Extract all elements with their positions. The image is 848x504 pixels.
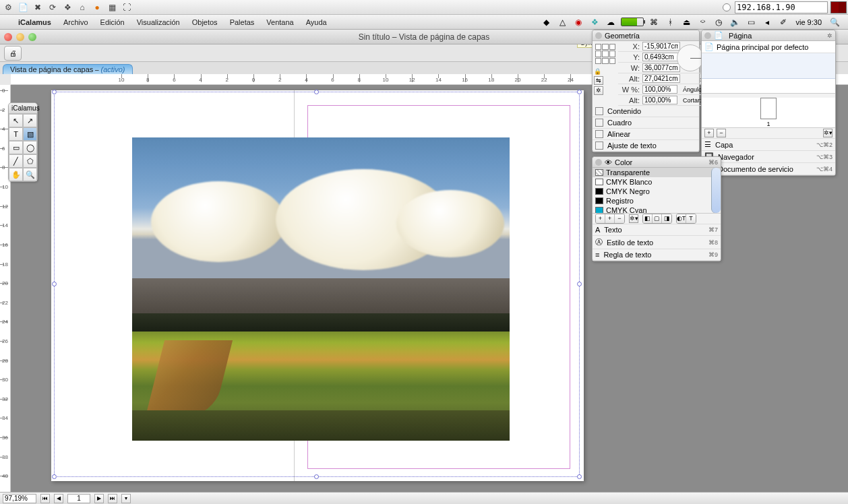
connect-radio[interactable] xyxy=(723,3,731,11)
color-cmyk-blanco[interactable]: CMYK Blanco⊠ xyxy=(593,177,721,187)
plug-icon[interactable]: ⚙ xyxy=(3,2,13,13)
geo-y-input[interactable] xyxy=(642,53,680,61)
menu-app[interactable]: iCalamus xyxy=(12,15,57,30)
remove-page-button[interactable]: − xyxy=(717,129,726,137)
page-spread[interactable] xyxy=(51,90,584,481)
section-contenido[interactable]: Contenido xyxy=(593,106,699,117)
hand-tool[interactable]: ✋ xyxy=(9,168,23,181)
panel-close-icon[interactable] xyxy=(595,32,602,39)
battery-icon[interactable] xyxy=(621,18,644,26)
section-cuadro[interactable]: Cuadro xyxy=(593,117,699,129)
geo-wpct-input[interactable] xyxy=(642,85,677,94)
page-options-button[interactable]: ✲▾ xyxy=(823,129,832,137)
image-tool[interactable]: ▧ xyxy=(23,127,37,141)
page-menu-button[interactable]: ▾ xyxy=(121,494,131,503)
tab-layer-view[interactable]: Vista de página de capas – (activo) xyxy=(3,64,133,74)
menu-archivo[interactable]: Archivo xyxy=(57,15,94,30)
first-page-button[interactable]: ⏮ xyxy=(40,494,50,503)
zoom-button[interactable] xyxy=(28,33,36,41)
back-icon[interactable]: ◂ xyxy=(761,17,773,28)
dropbox-icon[interactable]: ❖ xyxy=(588,17,601,28)
anchor-grid[interactable] xyxy=(594,42,617,65)
lock-icon[interactable] xyxy=(594,67,602,75)
bluetooth-icon[interactable]: ᚼ xyxy=(664,17,676,28)
color-cmyk-cyan[interactable]: CMYK Cyan⊠ xyxy=(593,206,721,214)
color-scrollbar[interactable] xyxy=(711,168,721,213)
new-doc-icon[interactable]: 📄 xyxy=(18,2,28,13)
none-button[interactable]: ◨ xyxy=(662,214,671,223)
direct-select-tool[interactable]: ↗ xyxy=(23,114,37,127)
wrench-icon[interactable]: ✖ xyxy=(32,2,43,13)
geo-w-input[interactable] xyxy=(642,63,680,72)
row-regla[interactable]: ≡Regla de texto⌘9 xyxy=(593,249,721,261)
page-panel[interactable]: 📄Página✲ 📄Página principal por defecto 1… xyxy=(701,30,836,176)
row-navegador[interactable]: 🔲Navegador⌥⌘3 xyxy=(702,151,835,163)
print-button[interactable]: 🖨 xyxy=(4,46,22,61)
last-page-button[interactable]: ⏭ xyxy=(108,494,117,503)
record-icon[interactable]: ◉ xyxy=(572,17,584,28)
color-cmyk-negro[interactable]: CMYK Negro⊠ xyxy=(593,187,721,196)
display-icon[interactable]: ▭ xyxy=(745,17,757,28)
color-registro[interactable]: Registro⊠ xyxy=(593,196,721,206)
color-list[interactable]: Transparente⊠CMYK Blanco⊠CMYK Negro⊠Regi… xyxy=(593,168,721,214)
row-documento[interactable]: 📋Documento de servicio⌥⌘4 xyxy=(702,163,835,175)
panel-close-icon[interactable] xyxy=(595,159,602,166)
row-estilo[interactable]: ⒶEstilo de texto⌘8 xyxy=(593,236,721,249)
timemachine-icon[interactable]: ◷ xyxy=(713,17,725,28)
page-input[interactable] xyxy=(67,494,90,503)
flip-h-button[interactable]: ⇋ xyxy=(594,76,603,85)
grid-icon[interactable]: ▦ xyxy=(107,2,117,13)
section-alinear[interactable]: Alinear xyxy=(593,129,699,140)
next-page-button[interactable]: ▶ xyxy=(94,494,104,503)
spotlight-icon[interactable]: 🔍 xyxy=(828,17,841,28)
page-thumbnail[interactable] xyxy=(760,98,777,119)
section-ajuste[interactable]: Ajuste de texto xyxy=(593,140,699,152)
line-tool[interactable]: ╱ xyxy=(9,154,23,168)
dup-color-button[interactable]: + xyxy=(605,214,615,223)
geo-h-input[interactable] xyxy=(642,74,680,83)
tool-palette[interactable]: iCalamus ↖↗ T▧ ▭◯ ╱⬠ ✋🔍 xyxy=(8,102,38,182)
eject-icon[interactable]: ⏏ xyxy=(680,17,692,28)
menu-paletas[interactable]: Paletas xyxy=(224,15,261,30)
add-color-button[interactable]: + xyxy=(596,214,605,223)
color-transparente[interactable]: Transparente⊠ xyxy=(593,168,721,177)
menu-extra-1-icon[interactable]: ⌘ xyxy=(648,17,660,28)
color-options-button[interactable]: ✲▾ xyxy=(629,214,638,223)
clock[interactable]: vie 9:30 xyxy=(795,18,822,26)
menu-objetos[interactable]: Objetos xyxy=(186,15,224,30)
gear-icon[interactable]: ✲ xyxy=(827,32,832,39)
zoom-tool[interactable]: 🔍 xyxy=(23,168,37,181)
windows-icon[interactable]: ❖ xyxy=(62,2,73,13)
fullscreen-icon[interactable]: ⛶ xyxy=(121,2,132,13)
angle-dial[interactable] xyxy=(677,44,704,71)
del-color-button[interactable]: − xyxy=(615,214,624,223)
text-stroke-button[interactable]: T xyxy=(686,214,696,223)
disk-icon[interactable]: ⌂ xyxy=(77,2,88,13)
rect-tool[interactable]: ▭ xyxy=(9,141,23,154)
shield-icon[interactable]: ◆ xyxy=(540,17,552,28)
menu-ayuda[interactable]: Ayuda xyxy=(300,15,333,30)
fill-button[interactable]: ◧ xyxy=(643,214,653,223)
prev-page-button[interactable]: ◀ xyxy=(54,494,63,503)
geo-hpct-input[interactable] xyxy=(642,96,677,104)
zoom-input[interactable] xyxy=(3,494,36,503)
stroke-button[interactable]: ▢ xyxy=(653,214,662,223)
wifi-icon[interactable]: ⌔ xyxy=(696,17,708,28)
row-capa[interactable]: ☰Capa⌥⌘2 xyxy=(702,139,835,151)
cloud-icon[interactable]: ☁ xyxy=(605,17,617,28)
placed-image[interactable] xyxy=(132,137,510,441)
minimize-button[interactable] xyxy=(16,33,24,41)
geo-x-input[interactable] xyxy=(642,42,680,51)
panel-close-icon[interactable] xyxy=(704,32,711,39)
script-icon[interactable]: ✐ xyxy=(777,17,789,28)
menu-visualizacion[interactable]: Visualización xyxy=(131,15,186,30)
ellipse-tool[interactable]: ◯ xyxy=(23,141,37,154)
text-fill-button[interactable]: ◐T xyxy=(677,214,686,223)
menu-edicion[interactable]: Edición xyxy=(94,15,131,30)
pointer-tool[interactable]: ↖ xyxy=(9,114,23,127)
ip-input[interactable] xyxy=(735,1,828,13)
volume-icon[interactable]: 🔈 xyxy=(729,17,741,28)
color-panel[interactable]: 👁Color⌘6 Transparente⊠CMYK Blanco⊠CMYK N… xyxy=(592,156,721,261)
text-tool[interactable]: T xyxy=(9,127,23,141)
close-button[interactable] xyxy=(4,33,12,41)
